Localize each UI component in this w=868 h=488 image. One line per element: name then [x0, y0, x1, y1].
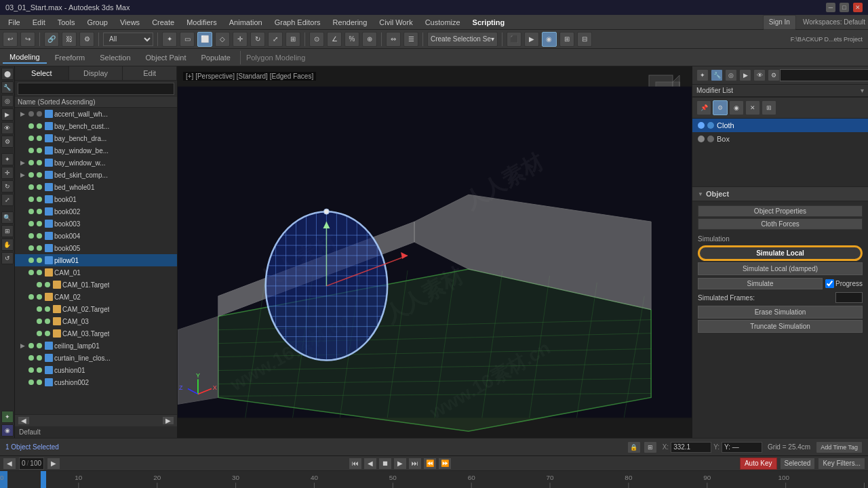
object-list-item[interactable]: bay_bench_cust... — [15, 120, 177, 132]
grid-icon[interactable]: ⊞ — [644, 441, 657, 453]
sign-in-button[interactable]: Sign In — [763, 15, 796, 30]
visibility-dot[interactable] — [28, 111, 34, 117]
menu-graph-editors[interactable]: Graph Editors — [269, 17, 326, 28]
display-tab-icon[interactable]: 👁 — [753, 69, 766, 81]
create-selection-button[interactable]: Create Selection Se▾ — [427, 32, 498, 47]
search-input[interactable] — [18, 83, 174, 95]
visibility-dot[interactable] — [28, 197, 34, 202]
object-name-input[interactable]: pillow01 — [780, 69, 868, 81]
pin-icon[interactable]: 📌 — [696, 100, 711, 115]
visibility-dot[interactable] — [28, 245, 34, 251]
visibility-dot[interactable] — [28, 294, 34, 300]
modify-tab-icon[interactable]: 🔧 — [711, 69, 723, 81]
selection-filter[interactable]: All Geometry Shapes Lights Cameras — [103, 33, 153, 46]
utilities-icon[interactable]: ⚙ — [1, 136, 14, 148]
mirror-button[interactable]: ⇔ — [386, 32, 401, 47]
select-button[interactable]: ✦ — [162, 32, 177, 47]
tab-display[interactable]: Display — [69, 66, 123, 80]
visibility-dot[interactable] — [37, 331, 42, 336]
bind-button[interactable]: ⚙ — [79, 32, 94, 47]
visibility-dot[interactable] — [28, 380, 34, 385]
motion-icon[interactable]: ▶ — [1, 108, 14, 121]
visibility-dot[interactable] — [37, 319, 42, 324]
object-list-item[interactable]: book002 — [15, 205, 177, 218]
stop-button[interactable]: ⏹ — [378, 458, 392, 470]
menu-file[interactable]: File — [3, 17, 26, 28]
menu-create[interactable]: Create — [146, 17, 180, 28]
create-tab-icon[interactable]: ✦ — [696, 69, 709, 81]
object-list-item[interactable]: ▶accent_wall_wh... — [15, 108, 177, 120]
modifier-box[interactable]: Box — [692, 132, 868, 146]
object-list-item[interactable]: CAM_02.Target — [15, 303, 177, 315]
viewport[interactable]: [+] [Perspective] [Standard] [Edged Face… — [178, 66, 692, 438]
object-list-item[interactable]: ▶bed_skirt_comp... — [15, 169, 177, 181]
selected-key-button[interactable]: Selected — [780, 458, 816, 470]
visibility-dot[interactable] — [28, 270, 34, 275]
display-icon[interactable]: 👁 — [1, 122, 14, 134]
timeline-ruler[interactable]: 0 10 20 30 40 50 60 70 80 90 100 — [0, 471, 868, 488]
percent-snap-button[interactable]: % — [344, 32, 359, 47]
redo-button[interactable]: ↪ — [20, 32, 35, 47]
visibility-dot[interactable] — [28, 355, 34, 361]
menu-scripting[interactable]: Scripting — [467, 17, 511, 28]
configure-modifier-icon[interactable]: ⚙ — [713, 100, 728, 115]
prev-key-button[interactable]: ◀ — [363, 458, 377, 470]
quick-render-button[interactable]: ▶ — [524, 32, 539, 47]
tab-object-paint[interactable]: Object Paint — [139, 52, 193, 63]
visibility-dot[interactable] — [28, 221, 34, 226]
visibility-dot[interactable] — [28, 160, 34, 165]
visibility-dot[interactable] — [28, 136, 34, 141]
rotate-button[interactable]: ↻ — [250, 32, 265, 47]
tab-edit[interactable]: Edit — [123, 66, 177, 80]
transform-type-icon[interactable]: ✦ — [1, 153, 14, 165]
menu-edit[interactable]: Edit — [27, 17, 51, 28]
tab-select[interactable]: Select — [15, 66, 69, 80]
visibility-dot[interactable] — [28, 233, 34, 239]
simulate-local-damped-button[interactable]: Simulate Local (damped) — [698, 262, 863, 275]
object-list-item[interactable]: CAM_01.Target — [15, 279, 177, 291]
visibility-dot[interactable] — [28, 123, 34, 129]
object-list-item[interactable]: book01 — [15, 193, 177, 205]
link-button[interactable]: 🔗 — [44, 32, 59, 47]
close-button[interactable]: ✕ — [853, 3, 863, 12]
sort-bar[interactable]: Name (Sorted Ascending) — [15, 97, 177, 108]
material-icon[interactable]: ◉ — [1, 424, 14, 436]
align-button[interactable]: ☰ — [403, 32, 418, 47]
viewport4-button[interactable]: ⊟ — [577, 32, 592, 47]
object-section-header[interactable]: ▼ Object — [692, 186, 868, 201]
object-properties-button[interactable]: Object Properties — [698, 205, 863, 217]
next-frame-button[interactable]: ▶ — [47, 458, 60, 470]
menu-tools[interactable]: Tools — [52, 17, 81, 28]
simulate-local-button[interactable]: Simulate Local — [698, 245, 863, 261]
tab-populate[interactable]: Populate — [194, 52, 237, 63]
object-list-item[interactable]: ▶ceiling_lamp01 — [15, 340, 177, 352]
modifier-cloth[interactable]: Cloth — [692, 119, 868, 132]
menu-modifiers[interactable]: Modifiers — [181, 17, 222, 28]
scale-button[interactable]: ⤢ — [268, 32, 283, 47]
cloth-forces-button[interactable]: Cloth Forces — [698, 218, 863, 230]
object-list-item[interactable]: bay_bench_dra... — [15, 132, 177, 144]
visibility-dot[interactable] — [37, 306, 42, 312]
visibility-dot[interactable] — [28, 209, 34, 214]
lock-icon[interactable]: 🔒 — [627, 441, 641, 453]
object-list-item[interactable]: bay_window_be... — [15, 144, 177, 157]
visibility-dot[interactable] — [28, 184, 34, 190]
go-start-button[interactable]: ⏮ — [349, 458, 362, 470]
menu-group[interactable]: Group — [81, 17, 113, 28]
play-button[interactable]: ▶ — [393, 458, 407, 470]
hierarchy-icon[interactable]: ◎ — [1, 95, 14, 107]
show-all-icon[interactable]: ◉ — [729, 100, 744, 115]
minimize-button[interactable]: ─ — [826, 3, 835, 12]
key-filters-button[interactable]: Key Filters... — [818, 458, 865, 470]
rectangular-select-button[interactable]: ⬜ — [197, 32, 212, 47]
tab-freeform[interactable]: Freeform — [48, 52, 92, 63]
visibility-dot[interactable] — [28, 367, 34, 373]
object-list-item[interactable]: CAM_01 — [15, 266, 177, 279]
snap-cycle-icon[interactable]: ✦ — [1, 411, 14, 423]
menu-customize[interactable]: Customize — [420, 17, 466, 28]
add-time-tag-button[interactable]: Add Time Tag — [816, 441, 863, 453]
object-list-item[interactable]: cushion002 — [15, 376, 177, 388]
viewport-shading-button[interactable]: ◉ — [542, 32, 557, 47]
orbit-icon[interactable]: ↺ — [1, 252, 14, 264]
motion-tab-icon[interactable]: ▶ — [739, 69, 751, 81]
